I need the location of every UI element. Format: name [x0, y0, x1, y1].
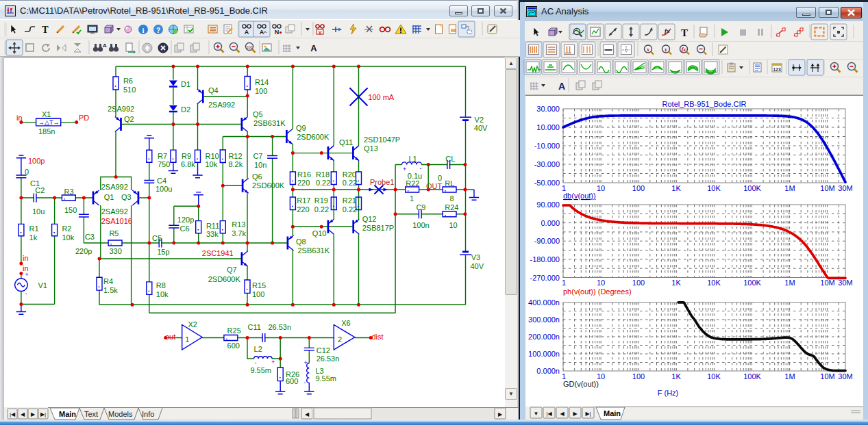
- svg-text:750: 750: [158, 160, 170, 168]
- svg-text:R7: R7: [158, 152, 167, 160]
- svg-text:Rotel_RB-951_Bode.CIR: Rotel_RB-951_Bode.CIR: [662, 100, 747, 108]
- svg-text:db(v(out)): db(v(out)): [563, 192, 596, 200]
- svg-text:600: 600: [286, 377, 298, 385]
- svg-text:L1: L1: [409, 155, 417, 163]
- svg-text:1M: 1M: [784, 372, 795, 381]
- svg-text:2SB631K: 2SB631K: [298, 246, 330, 255]
- svg-text:R18: R18: [316, 170, 330, 179]
- svg-text:100K: 100K: [743, 372, 761, 381]
- svg-text:2SA992: 2SA992: [101, 207, 128, 216]
- svg-text:+: +: [25, 271, 29, 278]
- svg-text:3.7k: 3.7k: [232, 229, 246, 237]
- svg-text:1: 1: [185, 335, 189, 344]
- svg-text:2SA992: 2SA992: [208, 101, 235, 109]
- svg-text:100 mA: 100 mA: [368, 93, 395, 101]
- svg-text:◀: ◀: [21, 411, 25, 417]
- svg-text:T: T: [681, 27, 688, 38]
- svg-text:123: 123: [773, 67, 781, 72]
- svg-text:0: 0: [438, 174, 442, 182]
- svg-text:10K: 10K: [707, 372, 721, 381]
- svg-text:Q9: Q9: [296, 124, 306, 132]
- svg-text:2SD600K: 2SD600K: [208, 275, 241, 283]
- svg-text:▶: ▶: [498, 411, 503, 417]
- svg-text:T: T: [42, 25, 49, 35]
- svg-text:0: 0: [25, 168, 29, 176]
- svg-text:1: 1: [562, 279, 566, 287]
- svg-text:0.000: 0.000: [541, 219, 560, 227]
- svg-text:2SD600K: 2SD600K: [297, 133, 330, 141]
- svg-text:x: x: [646, 47, 649, 53]
- svg-text:Q6: Q6: [252, 172, 262, 181]
- svg-text:15p: 15p: [157, 248, 169, 256]
- svg-text:8.2k: 8.2k: [228, 160, 243, 168]
- svg-text:-30.000: -30.000: [534, 160, 560, 168]
- svg-text:10K: 10K: [707, 279, 721, 287]
- svg-text:R8: R8: [156, 281, 166, 289]
- svg-text:2SD600K: 2SD600K: [252, 181, 285, 190]
- svg-text:R2: R2: [62, 224, 71, 233]
- svg-text:10M: 10M: [820, 372, 834, 381]
- svg-text:9.55m: 9.55m: [250, 366, 271, 374]
- svg-text:10K: 10K: [707, 184, 721, 192]
- svg-text:C6: C6: [180, 224, 190, 233]
- svg-text:220p: 220p: [75, 247, 92, 255]
- svg-text:1M: 1M: [784, 184, 795, 192]
- svg-text:fx: fx: [682, 47, 686, 53]
- svg-text:+: +: [304, 359, 308, 366]
- svg-text:Q8: Q8: [296, 237, 306, 246]
- svg-text:0.000n: 0.000n: [536, 367, 560, 375]
- svg-text:|◀: |◀: [546, 411, 552, 417]
- svg-text:10n: 10n: [254, 161, 266, 169]
- svg-text:2SB631K: 2SB631K: [253, 119, 286, 127]
- svg-text:10: 10: [449, 221, 458, 229]
- svg-text:2SA992: 2SA992: [101, 183, 128, 191]
- svg-text:2SA992: 2SA992: [108, 105, 134, 113]
- svg-text:10.000: 10.000: [536, 123, 560, 131]
- svg-text:in: in: [23, 254, 29, 262]
- svg-text:R16: R16: [297, 170, 311, 179]
- svg-text:8: 8: [450, 194, 454, 203]
- svg-text:R6: R6: [123, 77, 133, 85]
- svg-text:40V: 40V: [474, 124, 488, 132]
- svg-text:▶: ▶: [31, 411, 36, 417]
- svg-text:Q5: Q5: [253, 110, 263, 118]
- svg-text:▶: ▶: [573, 411, 578, 417]
- svg-text:120p: 120p: [177, 216, 194, 224]
- svg-text:R17: R17: [297, 196, 310, 205]
- svg-text:Text: Text: [84, 410, 98, 418]
- svg-text:R24: R24: [445, 203, 458, 211]
- svg-text:R20: R20: [343, 170, 356, 179]
- svg-text:C3: C3: [85, 233, 95, 241]
- svg-text:Models: Models: [108, 410, 133, 418]
- svg-text:out: out: [165, 333, 175, 341]
- svg-text:2SB817P: 2SB817P: [362, 224, 394, 232]
- svg-text:OUT: OUT: [426, 182, 443, 190]
- svg-text:fx: fx: [665, 27, 670, 34]
- svg-text:X2: X2: [188, 320, 197, 329]
- svg-text:R22: R22: [406, 179, 419, 188]
- svg-text:Q7: Q7: [227, 266, 237, 274]
- svg-text:-: -: [25, 290, 27, 297]
- svg-text:100p: 100p: [28, 157, 45, 165]
- svg-text:R3: R3: [64, 188, 74, 196]
- svg-text:R9: R9: [182, 152, 191, 160]
- svg-text:→△T→: →△T→: [38, 119, 59, 126]
- svg-text:10u: 10u: [32, 207, 45, 216]
- svg-text:100: 100: [255, 87, 267, 95]
- svg-text:0.22: 0.22: [343, 205, 357, 214]
- svg-text:100: 100: [632, 372, 645, 381]
- svg-text:2: 2: [338, 335, 342, 344]
- svg-text:R10: R10: [206, 152, 219, 160]
- svg-text:90.000: 90.000: [536, 201, 560, 209]
- svg-text:-270.000: -270.000: [530, 274, 560, 282]
- svg-text:-: -: [304, 379, 306, 386]
- svg-text:+: +: [403, 166, 406, 172]
- svg-text:Q13: Q13: [364, 144, 378, 153]
- svg-text:L2: L2: [254, 345, 262, 353]
- svg-text:-90.000: -90.000: [534, 237, 560, 245]
- svg-text:400.000n: 400.000n: [528, 298, 560, 307]
- svg-text:A: A: [245, 29, 249, 36]
- svg-text:|◀: |◀: [10, 411, 16, 417]
- svg-text:Q2: Q2: [124, 115, 134, 123]
- svg-text:100: 100: [632, 184, 645, 192]
